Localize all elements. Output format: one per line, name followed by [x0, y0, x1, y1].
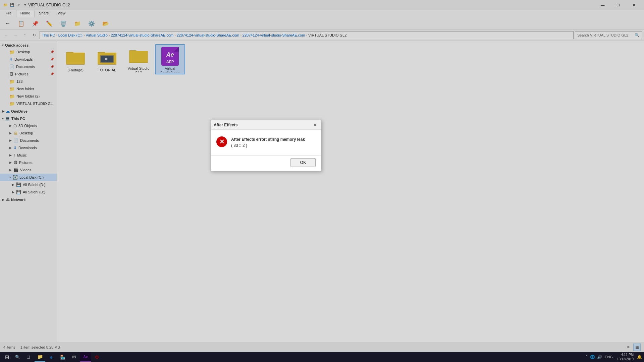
dialog-title: After Effects — [214, 123, 237, 127]
error-message-title: After Effects error: string memory leak — [231, 136, 305, 142]
error-icon: ✕ — [216, 136, 227, 147]
dialog-close-button[interactable]: ✕ — [312, 122, 318, 128]
after-effects-dialog: After Effects ✕ ✕ After Effects error: s… — [211, 120, 321, 171]
dialog-ok-button[interactable]: OK — [290, 158, 316, 167]
dialog-footer: OK — [211, 155, 321, 171]
dialog-body: ✕ After Effects error: string memory lea… — [211, 130, 321, 155]
dialog-message: After Effects error: string memory leak … — [231, 136, 305, 148]
dialog-title-bar: After Effects ✕ — [211, 120, 321, 130]
dialog-overlay: After Effects ✕ ✕ After Effects error: s… — [0, 0, 644, 362]
error-code: ( 83 :: 2 ) — [231, 142, 305, 148]
